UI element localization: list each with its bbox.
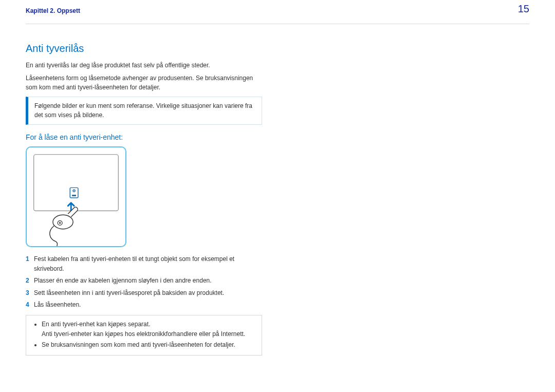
step-item: 3Sett låseenheten inn i anti tyveri-låse…	[26, 288, 262, 298]
step-text: Sett låseenheten inn i anti tyveri-låses…	[34, 288, 224, 298]
bullets-list: En anti tyveri-enhet kan kjøpes separat.…	[32, 320, 255, 350]
intro-paragraph-1: En anti tyverilås lar deg låse produktet…	[26, 61, 262, 70]
step-text: Lås låseenheten.	[34, 300, 81, 310]
step-text: Plasser én ende av kabelen igjennom sløy…	[34, 276, 212, 286]
step-item: 2Plasser én ende av kabelen igjennom slø…	[26, 276, 262, 286]
note-box: Følgende bilder er kun ment som referans…	[26, 97, 262, 125]
intro-paragraph-2: Låseenhetens form og låsemetode avhenger…	[26, 73, 262, 92]
step-item: 4Lås låseenheten.	[26, 300, 262, 310]
bullets-box: En anti tyveri-enhet kan kjøpes separat.…	[26, 315, 262, 356]
sub-heading: For å låse en anti tyveri-enhet:	[26, 133, 262, 141]
step-number: 1	[26, 254, 34, 264]
bullet-text: En anti tyveri-enhet kan kjøpes separat.	[42, 321, 150, 328]
lock-illustration-svg	[27, 147, 125, 246]
note-text: Følgende bilder er kun ment som referans…	[34, 102, 252, 119]
bullet-item: Se bruksanvisningen som kom med anti tyv…	[42, 340, 255, 350]
step-item: 1Fest kabelen fra anti tyveri-enheten ti…	[26, 254, 262, 274]
chapter-label: Kapittel 2. Oppsett	[26, 7, 529, 14]
steps-list: 1Fest kabelen fra anti tyveri-enheten ti…	[26, 254, 262, 310]
svg-point-5	[53, 215, 73, 229]
bullet-item: En anti tyveri-enhet kan kjøpes separat.…	[42, 320, 255, 339]
svg-rect-0	[34, 155, 119, 211]
bullet-text: Anti tyveri-enheter kan kjøpes hos elekt…	[42, 330, 245, 338]
step-number: 4	[26, 300, 34, 310]
page: Kapittel 2. Oppsett 15 Anti tyverilås En…	[0, 0, 555, 392]
main-content: Anti tyverilås En anti tyverilås lar deg…	[0, 24, 288, 356]
page-number: 15	[518, 3, 529, 15]
step-number: 3	[26, 288, 34, 298]
svg-rect-2	[72, 195, 76, 196]
svg-rect-7	[59, 222, 61, 223]
step-text: Fest kabelen fra anti tyveri-enheten til…	[34, 254, 262, 274]
svg-point-4	[73, 190, 75, 191]
lock-illustration	[26, 146, 126, 247]
step-number: 2	[26, 276, 34, 286]
section-heading: Anti tyverilås	[26, 43, 262, 54]
header: Kapittel 2. Oppsett 15	[0, 0, 555, 18]
